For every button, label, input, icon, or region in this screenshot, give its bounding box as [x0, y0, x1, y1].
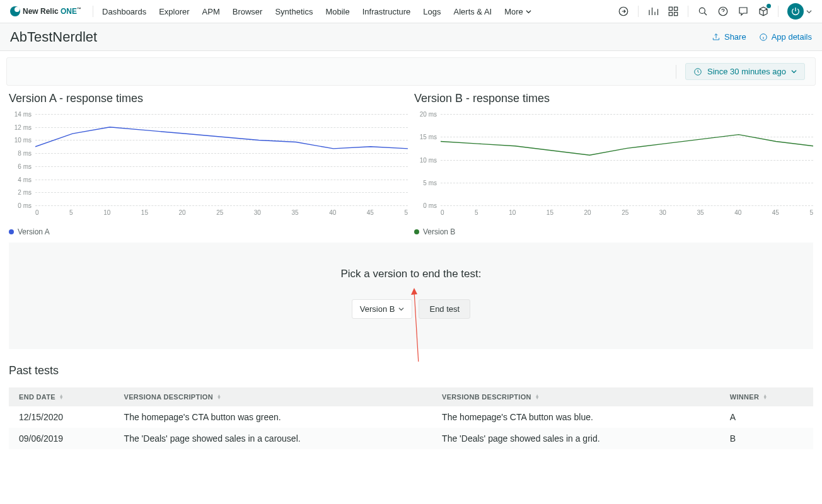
app-details-button[interactable]: App details	[759, 32, 812, 42]
gridline	[35, 205, 408, 206]
y-tick: 10 ms	[14, 137, 32, 144]
annotation-arrow-icon	[402, 286, 427, 362]
header-actions: Share App details	[712, 32, 812, 42]
chart-title: Version A - response times	[9, 92, 408, 105]
x-tick: 25	[622, 209, 628, 216]
x-tick: 10	[103, 209, 110, 216]
x-tick: 0	[441, 209, 444, 216]
top-nav-right	[618, 3, 812, 20]
x-tick: 20	[179, 209, 186, 216]
svg-point-5	[699, 8, 705, 13]
nav-logs[interactable]: Logs	[423, 7, 441, 16]
nav-browser[interactable]: Browser	[233, 7, 263, 16]
x-tick: 25	[216, 209, 223, 216]
data-line	[441, 135, 813, 156]
version-select[interactable]: Version B	[352, 299, 413, 319]
table-row[interactable]: 12/15/2020The homepage's CTA button was …	[9, 406, 813, 428]
logo-text: New Relic ONE™	[23, 7, 81, 16]
y-tick: 8 ms	[18, 150, 32, 157]
separator	[778, 6, 779, 17]
y-tick: 15 ms	[420, 134, 437, 140]
chart-icon[interactable]	[647, 6, 659, 17]
col-end-date[interactable]: END DATE▲▼	[9, 387, 114, 406]
share-new-icon[interactable]	[618, 6, 629, 17]
x-tick: 20	[584, 209, 591, 216]
y-tick: 12 ms	[14, 123, 32, 130]
notification-dot-icon	[767, 4, 771, 8]
logo-icon	[10, 6, 20, 16]
page-title: AbTestNerdlet	[10, 29, 97, 45]
legend-dot-icon	[414, 229, 419, 234]
past-tests-table: END DATE▲▼ VERSIONA DESCRIPTION▲▼ VERSIO…	[9, 387, 813, 449]
x-tick: 35	[697, 209, 703, 216]
nav-explorer[interactable]: Explorer	[159, 7, 189, 16]
x-tick: 45	[367, 209, 374, 216]
share-icon	[712, 33, 721, 42]
sort-icon: ▲▼	[217, 394, 221, 399]
nav-mobile[interactable]: Mobile	[325, 7, 349, 16]
apps-grid-icon[interactable]	[668, 6, 679, 17]
sort-icon: ▲▼	[59, 394, 64, 399]
x-tick: 15	[141, 209, 148, 216]
search-icon[interactable]	[697, 6, 709, 17]
clock-icon	[693, 67, 702, 76]
cell-a: The 'Deals' page showed sales in a carou…	[114, 428, 432, 449]
nav-dashboards[interactable]: Dashboards	[102, 7, 146, 16]
share-button[interactable]: Share	[712, 32, 746, 42]
y-tick: 4 ms	[18, 176, 32, 183]
table-row[interactable]: 09/06/2019The 'Deals' page showed sales …	[9, 428, 813, 449]
end-test-section: Pick a version to end the test: Version …	[9, 243, 813, 349]
end-test-heading: Pick a version to end the test:	[9, 268, 813, 280]
info-icon	[759, 33, 768, 42]
nav-more[interactable]: More	[504, 7, 531, 16]
feedback-icon[interactable]	[738, 6, 749, 17]
y-tick: 0 ms	[18, 202, 32, 209]
x-tick: 5	[404, 209, 408, 216]
chevron-down-icon	[791, 69, 797, 74]
cell-winner: A	[720, 406, 813, 428]
x-tick: 40	[329, 209, 336, 216]
chart-body: 0 ms5 ms10 ms15 ms20 ms	[414, 114, 813, 205]
legend-dot-icon	[9, 229, 14, 234]
y-tick: 20 ms	[420, 111, 437, 118]
nav-alerts-ai[interactable]: Alerts & AI	[454, 7, 492, 16]
timepicker[interactable]: Since 30 minutes ago	[685, 63, 805, 80]
nav-separator	[93, 6, 93, 17]
past-tests-section: Past tests END DATE▲▼ VERSIONA DESCRIPTI…	[0, 364, 822, 468]
x-tick: 40	[734, 209, 741, 216]
charts-row: Version A - response times 0 ms2 ms4 ms6…	[0, 92, 822, 236]
chart-version-b: Version B - response times 0 ms5 ms10 ms…	[414, 92, 813, 236]
x-tick: 5	[69, 209, 73, 216]
top-nav: New Relic ONE™ Dashboards Explorer APM B…	[0, 0, 822, 23]
cell-end_date: 09/06/2019	[9, 428, 114, 449]
chart-title: Version B - response times	[414, 92, 813, 105]
x-tick: 5	[475, 209, 478, 216]
catalog-icon[interactable]	[758, 6, 769, 17]
svg-rect-4	[674, 13, 678, 16]
logo[interactable]: New Relic ONE™	[10, 6, 81, 16]
col-version-a-desc[interactable]: VERSIONA DESCRIPTION▲▼	[114, 387, 432, 406]
x-tick: 10	[509, 209, 516, 216]
y-tick: 0 ms	[423, 202, 437, 209]
col-version-b-desc[interactable]: VERSIONB DESCRIPTION▲▼	[432, 387, 720, 406]
x-axis: 0510152025303540455	[414, 209, 813, 216]
x-tick: 30	[254, 209, 261, 216]
help-icon[interactable]	[717, 6, 729, 17]
x-tick: 5	[809, 209, 813, 216]
data-line	[35, 127, 408, 149]
x-tick: 30	[659, 209, 666, 216]
cell-b: The homepage's CTA button was blue.	[432, 406, 720, 428]
y-tick: 10 ms	[420, 156, 437, 163]
y-tick: 14 ms	[14, 111, 32, 118]
end-test-button[interactable]: End test	[419, 299, 470, 319]
col-winner[interactable]: WINNER▲▼	[720, 387, 813, 406]
x-tick: 15	[547, 209, 553, 216]
user-menu[interactable]	[787, 3, 812, 20]
separator	[676, 65, 676, 79]
cell-b: The 'Deals' page showed sales in a grid.	[432, 428, 720, 449]
nav-apm[interactable]: APM	[202, 7, 220, 16]
power-icon	[787, 3, 804, 20]
x-tick: 35	[291, 209, 298, 216]
nav-synthetics[interactable]: Synthetics	[275, 7, 313, 16]
nav-infrastructure[interactable]: Infrastructure	[362, 7, 411, 16]
